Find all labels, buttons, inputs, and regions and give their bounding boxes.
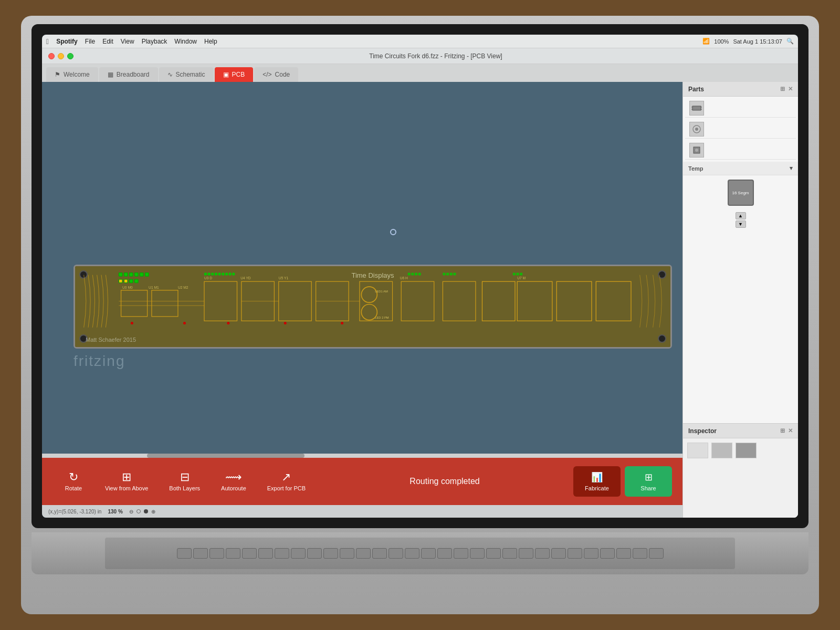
key[interactable] [470, 548, 485, 559]
temp-nav-down[interactable]: ▼ [736, 220, 746, 228]
inspector-close-icon[interactable]: ✕ [788, 427, 793, 434]
svg-rect-14 [279, 281, 312, 321]
menu-item-spotify[interactable]: Spotify [56, 38, 78, 45]
fabricate-label: Fabricate [585, 485, 609, 491]
menu-item-view[interactable]: View [121, 38, 134, 45]
key[interactable] [535, 548, 550, 559]
svg-rect-31 [229, 273, 232, 276]
temp-component-thumbnail[interactable]: 16 Segm [728, 180, 754, 206]
key[interactable] [193, 548, 208, 559]
key[interactable] [291, 548, 306, 559]
both-layers-button[interactable]: ⊟ Both Layers [159, 467, 211, 496]
key[interactable] [340, 548, 354, 559]
rotate-icon: ↻ [69, 471, 78, 483]
key[interactable] [649, 548, 664, 559]
panel-expand-icon[interactable]: ⊞ [780, 86, 785, 92]
key[interactable] [405, 548, 419, 559]
maximize-button[interactable] [67, 53, 74, 59]
svg-text:U4 YD: U4 YD [240, 276, 251, 280]
fabricate-button[interactable]: 📊 Fabricate [573, 466, 621, 497]
inspector-expand-icon[interactable]: ⊞ [780, 427, 785, 434]
export-label: Export for PCB [267, 485, 306, 491]
svg-rect-27 [215, 273, 217, 276]
corner-tl [79, 270, 88, 279]
key[interactable] [616, 548, 631, 559]
key[interactable] [372, 548, 387, 559]
menu-item-playback[interactable]: Playback [142, 38, 167, 45]
key[interactable] [502, 548, 517, 559]
key[interactable] [258, 548, 273, 559]
parts-content: Temp ▾ 16 Segm ▲ ▼ [683, 97, 798, 423]
svg-rect-8 [129, 279, 133, 283]
svg-rect-7 [124, 279, 128, 283]
temp-expand-icon[interactable]: ▾ [790, 165, 793, 172]
inspector-swatch-2[interactable] [711, 443, 732, 458]
key[interactable] [356, 548, 371, 559]
rotate-button[interactable]: ↻ Rotate [52, 467, 94, 496]
key[interactable] [209, 548, 224, 559]
svg-rect-24 [204, 273, 207, 276]
menu-item-file[interactable]: File [85, 38, 95, 45]
pcb-area[interactable]: fritzing Tim [42, 82, 682, 518]
key[interactable] [584, 548, 598, 559]
key[interactable] [600, 548, 615, 559]
key[interactable] [421, 548, 436, 559]
key[interactable] [275, 548, 289, 559]
key[interactable] [633, 548, 647, 559]
key[interactable] [568, 548, 582, 559]
key[interactable] [551, 548, 566, 559]
parts-icon-component3[interactable] [685, 141, 796, 160]
key[interactable] [226, 548, 240, 559]
tab-schematic[interactable]: ∿ Schematic [159, 67, 214, 82]
panel-close-icon[interactable]: ✕ [788, 86, 793, 92]
minimize-button[interactable] [58, 53, 64, 59]
svg-rect-41 [415, 273, 417, 276]
key[interactable] [242, 548, 257, 559]
svg-rect-48 [516, 273, 519, 276]
svg-rect-5 [145, 273, 149, 277]
tab-code[interactable]: </> Code [254, 67, 298, 82]
inspector-swatch-3[interactable] [736, 443, 757, 458]
menu-item-edit[interactable]: Edit [102, 38, 113, 45]
key[interactable] [437, 548, 452, 559]
zoom-minus-icon[interactable]: ⊖ [129, 509, 133, 514]
key[interactable] [454, 548, 468, 559]
view-from-above-button[interactable]: ⊞ View from Above [94, 467, 159, 496]
export-pcb-button[interactable]: ↗ Export for PCB [257, 467, 316, 496]
pcb-board[interactable]: Time Displays [74, 265, 672, 349]
laptop-bottom [32, 532, 808, 574]
svg-point-21 [227, 322, 229, 324]
zoom-indicator-empty [136, 509, 141, 513]
key[interactable] [307, 548, 322, 559]
autoroute-button[interactable]: ⟿ Autoroute [211, 467, 257, 496]
horizontal-scrollbar[interactable] [42, 454, 682, 458]
menu-item-help[interactable]: Help [204, 38, 217, 45]
tab-pcb[interactable]: ▣ PCB [215, 67, 254, 82]
key[interactable] [388, 548, 403, 559]
key[interactable] [177, 548, 192, 559]
canvas-area[interactable]: fritzing Tim [42, 82, 682, 454]
zoom-plus-icon[interactable]: ⊕ [151, 509, 155, 514]
pcb-icon: ▣ [223, 71, 229, 78]
search-icon[interactable]: 🔍 [786, 38, 794, 45]
svg-rect-47 [513, 273, 516, 276]
key[interactable] [486, 548, 501, 559]
share-button[interactable]: ⊞ Share [625, 466, 672, 497]
key[interactable] [323, 548, 338, 559]
key[interactable] [519, 548, 533, 559]
temp-nav-up[interactable]: ▲ [736, 212, 746, 219]
menu-item-window[interactable]: Window [174, 38, 197, 45]
parts-icon-component1[interactable] [685, 99, 796, 118]
svg-rect-26 [211, 273, 214, 276]
tab-welcome[interactable]: ⚑ Welcome [46, 67, 98, 82]
tab-breadboard[interactable]: ▦ Breadboard [99, 67, 158, 82]
temp-title: Temp [688, 165, 704, 172]
parts-icon-component2[interactable] [685, 120, 796, 139]
inspector-title: Inspector [688, 427, 717, 435]
sidebar-icons [683, 97, 798, 162]
inspector-swatch-1[interactable] [687, 443, 708, 458]
close-button[interactable] [48, 53, 55, 59]
corner-tr [658, 270, 666, 279]
scrollbar-thumb[interactable] [147, 454, 304, 458]
svg-point-70 [695, 128, 698, 131]
